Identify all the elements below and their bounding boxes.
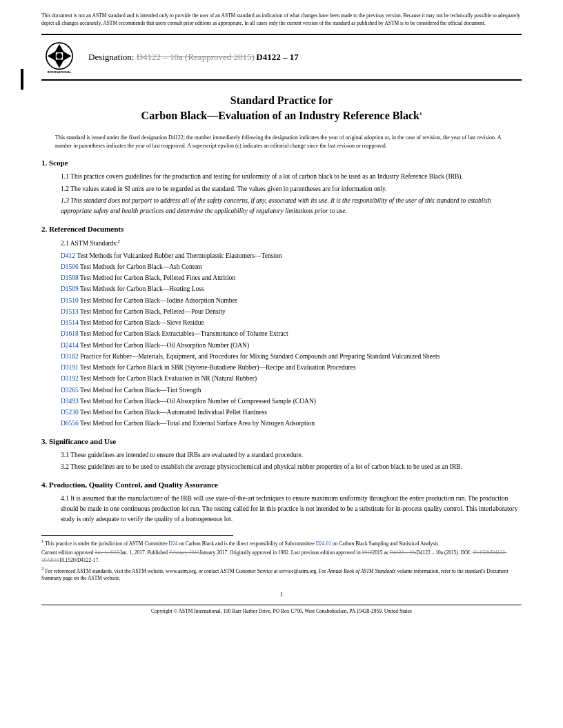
list-item: D1514 Test Method for Carbon Black—Sieve… xyxy=(61,318,522,327)
fn2-old-desig: D4122 – 10a xyxy=(390,549,417,556)
ref-d6556-text: Test Method for Carbon Black—Total and E… xyxy=(80,420,315,427)
ref-d1513-text: Test Method for Carbon Black, Pelleted—P… xyxy=(80,308,226,315)
list-item: D3192 Test Methods for Carbon Black Eval… xyxy=(61,374,522,383)
svg-marker-1 xyxy=(55,44,64,52)
document-footer: Copyright © ASTM International, 100 Barr… xyxy=(41,605,522,614)
svg-point-5 xyxy=(57,53,63,59)
scope-para-1: 1.1 This practice covers guidelines for … xyxy=(61,172,522,182)
fn2-old-year: 2010 xyxy=(362,549,373,556)
ref-d2414-code[interactable]: D2414 xyxy=(61,342,79,349)
production-heading: 4. Production, Quality Control, and Qual… xyxy=(41,479,522,491)
section-production: 4. Production, Quality Control, and Qual… xyxy=(41,479,522,524)
ref-d412-text: Test Methods for Vulcanized Rubber and T… xyxy=(77,252,282,259)
ref-d3493-text: Test Method for Carbon Black—Oil Absorpt… xyxy=(80,398,316,405)
ref-d3265-code[interactable]: D3265 xyxy=(61,387,79,394)
title-superscript: 1 xyxy=(419,111,422,117)
scope-para-2: 1.2 The values stated in SI units are to… xyxy=(61,184,522,194)
ref-d5230-text: Test Method for Carbon Black—Automated I… xyxy=(80,409,267,416)
svg-marker-2 xyxy=(55,59,64,68)
logo-area: INTERNATIONAL xyxy=(41,39,77,75)
fn1-subcommittee-link[interactable]: D24.61 xyxy=(316,540,331,547)
ref-d1509-text: Test Methods for Carbon Black—Heating Lo… xyxy=(80,285,204,292)
list-item: D1506 Test Methods for Carbon Black—Ash … xyxy=(61,262,522,272)
designation-label: Designation: xyxy=(88,52,137,62)
list-item: D1510 Test Method for Carbon Black—Iodin… xyxy=(61,296,522,305)
ref-d3493-code[interactable]: D3493 xyxy=(61,398,79,405)
svg-text:INTERNATIONAL: INTERNATIONAL xyxy=(47,70,71,74)
footnote-1: 1 This practice is under the jurisdictio… xyxy=(41,538,522,547)
ref-d412-code[interactable]: D412 xyxy=(61,252,75,259)
ref-d1513-code[interactable]: D1513 xyxy=(61,308,79,315)
footnote-divider xyxy=(41,535,233,536)
list-item: D3182 Practice for Rubber—Materials, Equ… xyxy=(61,352,522,361)
document-title: Standard Practice for Carbon Black—Evalu… xyxy=(41,93,522,124)
ref-d3191-text: Test Methods for Carbon Black in SBR (St… xyxy=(80,364,356,371)
page-number: 1 xyxy=(41,591,522,598)
footnote-2: Current edition approved Jan. 1, 2015Jan… xyxy=(41,549,522,564)
references-subheading: 2.1 ASTM Standards:2 xyxy=(61,238,522,249)
designation-old: D4122 – 10a (Reapproved 2015) xyxy=(137,52,255,62)
references-heading: 2. Referenced Documents xyxy=(41,223,522,235)
ref-d3192-text: Test Methods for Carbon Black Evaluation… xyxy=(80,375,257,382)
top-notice: This document is not an ASTM standard an… xyxy=(41,12,522,27)
ref-d2414-text: Test Method for Carbon Black—Oil Absorpt… xyxy=(80,342,249,349)
list-item: D3265 Test Method for Carbon Black—Tint … xyxy=(61,385,522,395)
significance-para-2: 3.2 These guidelines are to be used to e… xyxy=(61,462,522,472)
list-item: D1618 Test Method for Carbon Black Extra… xyxy=(61,329,522,338)
ref-d1510-text: Test Method for Carbon Black—Iodine Adso… xyxy=(80,297,237,304)
standard-notice: This standard is issued under the fixed … xyxy=(55,134,508,150)
list-item: D3493 Test Method for Carbon Black—Oil A… xyxy=(61,396,522,406)
list-item: D412 Test Methods for Vulcanized Rubber … xyxy=(61,251,522,261)
list-item: D6556 Test Method for Carbon Black—Total… xyxy=(61,418,522,428)
ref-d3182-code[interactable]: D3182 xyxy=(61,353,79,360)
footer-text: Copyright © ASTM International, 100 Barr… xyxy=(41,608,522,614)
list-item: D1508 Test Method for Carbon Black, Pell… xyxy=(61,273,522,283)
list-item: D2414 Test Method for Carbon Black—Oil A… xyxy=(61,341,522,350)
list-item: D1509 Test Methods for Carbon Black—Heat… xyxy=(61,284,522,294)
ref-d3192-code[interactable]: D3192 xyxy=(61,375,79,382)
ref-d3265-text: Test Method for Carbon Black—Tint Streng… xyxy=(80,387,201,394)
section-scope: 1. Scope 1.1 This practice covers guidel… xyxy=(41,157,522,216)
title-line2: Carbon Black—Evaluation of an Industry R… xyxy=(141,110,419,121)
ref-d1506-text: Test Methods for Carbon Black—Ash Conten… xyxy=(80,263,202,270)
ref-d1509-code[interactable]: D1509 xyxy=(61,285,79,292)
document-header: INTERNATIONAL Designation: D4122 – 10a (… xyxy=(41,34,522,81)
ref-d6556-code[interactable]: D6556 xyxy=(61,420,79,427)
list-item: D1513 Test Method for Carbon Black, Pell… xyxy=(61,307,522,316)
astm-logo: INTERNATIONAL xyxy=(41,39,77,75)
reference-list: D412 Test Methods for Vulcanized Rubber … xyxy=(61,251,522,429)
svg-marker-3 xyxy=(48,51,56,61)
left-bar-indicator xyxy=(21,69,23,90)
designation-block: Designation: D4122 – 10a (Reapproved 201… xyxy=(88,52,299,63)
title-line1: Standard Practice for xyxy=(230,94,333,106)
production-para: 4.1 It is assumed that the manufacturer … xyxy=(61,494,522,524)
fn2-old-pub: February 2015 xyxy=(169,549,199,556)
ref-d5230-code[interactable]: D5230 xyxy=(61,409,79,416)
ref-d3191-code[interactable]: D3191 xyxy=(61,364,79,371)
svg-marker-4 xyxy=(63,51,71,61)
ref-d1514-code[interactable]: D1514 xyxy=(61,319,79,326)
ref-d1508-code[interactable]: D1508 xyxy=(61,274,79,281)
significance-heading: 3. Significance and Use xyxy=(41,436,522,447)
ref-d1508-text: Test Method for Carbon Black, Pelleted F… xyxy=(80,274,235,281)
list-item: D5230 Test Method for Carbon Black—Autom… xyxy=(61,407,522,417)
ref-d1618-text: Test Method for Carbon Black Extractable… xyxy=(80,330,288,337)
scope-para-3: 1.3 This standard does not purport to ad… xyxy=(61,196,522,216)
section-references: 2. Referenced Documents 2.1 ASTM Standar… xyxy=(41,223,522,429)
significance-para-1: 3.1 These guidelines are intended to ens… xyxy=(61,450,522,461)
fn2-old-date: Jan. 1, 2015 xyxy=(95,549,119,556)
ref-d3182-text: Practice for Rubber—Materials, Equipment… xyxy=(80,353,439,360)
scope-heading: 1. Scope xyxy=(41,157,522,169)
ref-d1510-code[interactable]: D1510 xyxy=(61,297,79,304)
section-significance: 3. Significance and Use 3.1 These guidel… xyxy=(41,436,522,472)
ref-d1514-text: Test Method for Carbon Black—Sieve Resid… xyxy=(80,319,204,326)
footnote-3: 2 For referenced ASTM standards, visit t… xyxy=(41,566,522,583)
ref-d1506-code[interactable]: D1506 xyxy=(61,263,79,270)
footnotes-area: 1 This practice is under the jurisdictio… xyxy=(41,535,522,583)
list-item: D3191 Test Methods for Carbon Black in S… xyxy=(61,363,522,372)
fn1-committee-link[interactable]: D24 xyxy=(169,540,178,547)
ref-d1618-code[interactable]: D1618 xyxy=(61,330,79,337)
designation-new: D4122 – 17 xyxy=(256,52,298,62)
